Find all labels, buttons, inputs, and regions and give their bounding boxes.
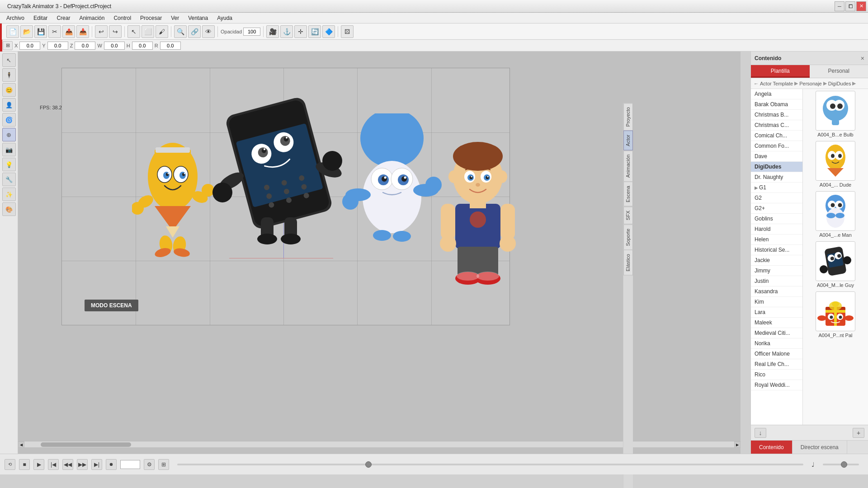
body-tool[interactable]: 👤 bbox=[2, 98, 16, 112]
x-input[interactable] bbox=[19, 42, 40, 50]
import-button[interactable]: 📥 bbox=[76, 25, 89, 38]
list-item-justin[interactable]: Justin bbox=[751, 276, 802, 286]
character-blue-alien[interactable] bbox=[342, 113, 442, 249]
list-item-medieval[interactable]: Medieval Citi... bbox=[751, 328, 802, 338]
tab-plantilla[interactable]: Plantilla bbox=[751, 65, 810, 78]
open-button[interactable]: 📂 bbox=[20, 25, 33, 38]
select-tool[interactable]: ↖ bbox=[2, 53, 16, 67]
list-item-jimmy[interactable]: Jimmy bbox=[751, 266, 802, 276]
speed-slider[interactable] bbox=[823, 464, 859, 465]
eye-button[interactable]: 👁 bbox=[202, 25, 215, 38]
thumb-bulb[interactable] bbox=[816, 91, 855, 131]
list-item-g2plus[interactable]: G2+ bbox=[751, 203, 802, 214]
scroll-left-arrow[interactable]: ◀ bbox=[18, 441, 24, 448]
menu-ver[interactable]: Ver bbox=[166, 14, 184, 22]
escena-tab[interactable]: Escena bbox=[623, 182, 633, 206]
grid-button[interactable]: ⊞ bbox=[3, 41, 13, 50]
back-btn[interactable]: ◀◀ bbox=[62, 459, 73, 470]
anchor-button[interactable]: ⚓ bbox=[280, 25, 293, 38]
soporte-tab[interactable]: Soporte bbox=[623, 225, 633, 250]
stage[interactable]: MODO ESCENA bbox=[61, 68, 510, 325]
list-item-angela[interactable]: Angela bbox=[751, 89, 802, 99]
scroll-right-arrow[interactable]: ▶ bbox=[734, 441, 741, 448]
list-item-rico[interactable]: Rico bbox=[751, 370, 802, 380]
zoom-in-button[interactable]: 🔍 bbox=[174, 25, 187, 38]
footer-down-button[interactable]: ↓ bbox=[755, 428, 766, 438]
elastico-tab[interactable]: Elástico bbox=[623, 250, 633, 276]
cut-button[interactable]: ✂ bbox=[48, 25, 61, 38]
sfx-tab[interactable]: SFX bbox=[623, 206, 633, 224]
list-item-christmas-c[interactable]: Christmas C... bbox=[751, 120, 802, 131]
list-item-christmas-b[interactable]: Christmas B... bbox=[751, 110, 802, 120]
footer-add-button[interactable]: + bbox=[853, 428, 864, 438]
list-item-real-life[interactable]: Real Life Ch... bbox=[751, 359, 802, 370]
list-item-g1[interactable]: ▶G1 bbox=[751, 183, 802, 193]
export-button[interactable]: 📤 bbox=[62, 25, 75, 38]
tab-contenido[interactable]: Contenido bbox=[751, 441, 793, 454]
list-item-maleek[interactable]: Maleek bbox=[751, 318, 802, 328]
list-item-royal[interactable]: Royal Weddi... bbox=[751, 380, 802, 390]
list-item-norika[interactable]: Norika bbox=[751, 338, 802, 349]
y-input[interactable] bbox=[47, 42, 68, 50]
menu-crear[interactable]: Crear bbox=[52, 14, 75, 22]
camera-tool[interactable]: 📷 bbox=[2, 143, 16, 156]
rotate-button[interactable]: 🔄 bbox=[308, 25, 321, 38]
active-tool[interactable]: ⊕ bbox=[2, 128, 16, 141]
link-button[interactable]: 🔗 bbox=[188, 25, 201, 38]
speed-thumb[interactable] bbox=[841, 461, 847, 468]
opacity-input[interactable] bbox=[243, 28, 260, 36]
menu-editar[interactable]: Editar bbox=[29, 14, 52, 22]
list-item-jackie[interactable]: Jackie bbox=[751, 255, 802, 266]
timeline-button[interactable]: ⚄ bbox=[341, 25, 354, 38]
motion-tool[interactable]: 🌀 bbox=[2, 113, 16, 127]
tab-personal[interactable]: Personal bbox=[810, 65, 868, 78]
mode-button[interactable]: MODO ESCENA bbox=[85, 300, 138, 311]
list-item-helen[interactable]: Helen bbox=[751, 235, 802, 245]
proyecto-tab[interactable]: Proyecto bbox=[623, 103, 633, 131]
list-item-barak[interactable]: Barak Obama bbox=[751, 99, 802, 110]
prev-frame-btn[interactable]: |◀ bbox=[48, 459, 59, 470]
thumb-mobile-guy[interactable] bbox=[816, 241, 855, 281]
r-input[interactable] bbox=[160, 42, 181, 50]
back-icon[interactable]: ← bbox=[754, 81, 759, 86]
scroll-thumb[interactable] bbox=[41, 442, 131, 447]
list-item-g2[interactable]: G2 bbox=[751, 193, 802, 203]
effect-tool[interactable]: ✨ bbox=[2, 188, 16, 201]
menu-ventana[interactable]: Ventana bbox=[184, 14, 212, 22]
menu-archivo[interactable]: Archivo bbox=[2, 14, 29, 22]
mirror-button[interactable]: 🔷 bbox=[322, 25, 335, 38]
list-item-kim[interactable]: Kim bbox=[751, 297, 802, 307]
thumb-dude[interactable] bbox=[816, 141, 855, 181]
h-input[interactable] bbox=[132, 42, 153, 50]
animacion-tab[interactable]: Animación bbox=[623, 150, 633, 182]
select-button[interactable]: ↖ bbox=[127, 25, 140, 38]
character-boy[interactable] bbox=[433, 141, 523, 294]
timeline-slider[interactable] bbox=[177, 464, 803, 465]
z-input[interactable] bbox=[75, 42, 95, 50]
minimize-button[interactable]: ─ bbox=[835, 1, 844, 11]
settings-btn[interactable]: ⚙ bbox=[144, 459, 155, 470]
close-button[interactable]: ✕ bbox=[856, 1, 866, 11]
bc-personaje[interactable]: Personaje bbox=[799, 81, 822, 86]
next-frame-btn[interactable]: ▶| bbox=[91, 459, 102, 470]
list-item-digidudes[interactable]: DigiDudes bbox=[751, 162, 802, 172]
save-button[interactable]: 💾 bbox=[34, 25, 47, 38]
character-phone[interactable] bbox=[211, 95, 347, 253]
actor-tab[interactable]: Actor bbox=[623, 131, 633, 150]
character-pencil[interactable] bbox=[132, 131, 213, 258]
menu-ayuda[interactable]: Ayuda bbox=[212, 14, 237, 22]
new-button[interactable]: 📄 bbox=[6, 25, 19, 38]
menu-animacion[interactable]: Animación bbox=[75, 14, 109, 22]
bc-digidudes[interactable]: DigiDudes bbox=[828, 81, 851, 86]
list-item-dr-naughty[interactable]: Dr. Naughty bbox=[751, 172, 802, 183]
filter-tool[interactable]: 🎨 bbox=[2, 202, 16, 216]
stop-btn[interactable]: ■ bbox=[19, 459, 30, 470]
face-tool[interactable]: 😊 bbox=[2, 83, 16, 97]
list-item-common[interactable]: Common Fo... bbox=[751, 141, 802, 151]
markers-btn[interactable]: ⊞ bbox=[158, 459, 169, 470]
tab-director-escena[interactable]: Director escena bbox=[793, 441, 847, 454]
menu-control[interactable]: Control bbox=[109, 14, 136, 22]
timeline-thumb[interactable] bbox=[365, 461, 372, 468]
play-btn[interactable]: ▶ bbox=[33, 459, 44, 470]
loop-btn[interactable]: ⟲ bbox=[5, 459, 15, 470]
